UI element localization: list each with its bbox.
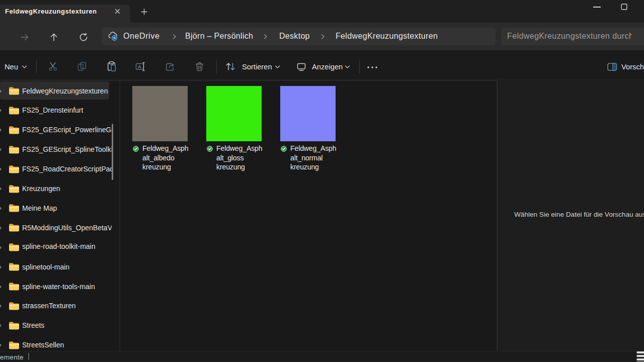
svg-text:A: A: [138, 64, 141, 69]
